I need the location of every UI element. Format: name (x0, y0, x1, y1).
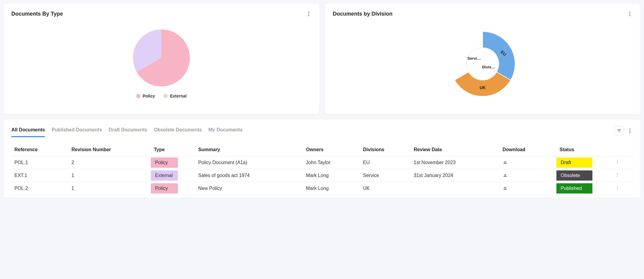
svg-point-18 (617, 189, 618, 190)
table-row[interactable]: POL.12PolicyPolicy Document (A1a)John Ta… (11, 156, 633, 169)
download-icon (502, 172, 508, 178)
cell-reference: POL.2 (11, 182, 68, 195)
kebab-icon (617, 186, 618, 190)
table-row[interactable]: EXT.11ExternalSales of goods act 1974Mar… (11, 169, 633, 182)
pie-chart[interactable] (133, 29, 190, 86)
svg-point-5 (629, 15, 630, 16)
download-button[interactable] (502, 172, 508, 178)
cell-review: 31st January 2024 (411, 169, 499, 182)
svg-point-0 (308, 11, 309, 12)
cell-reference: POL.1 (11, 156, 68, 169)
pie-chart-body: Policy External (11, 20, 311, 107)
kebab-icon (629, 11, 631, 16)
kebab-icon (308, 11, 309, 16)
tab-obsolete-documents[interactable]: Obsolete Documents (154, 124, 202, 137)
download-button[interactable] (502, 185, 508, 190)
donut-chart-body: EU UK Servi… Divis… (333, 20, 633, 107)
tab-all-documents[interactable]: All Documents (11, 124, 45, 137)
cell-review (411, 182, 499, 195)
cell-download (499, 182, 556, 195)
tab-published-documents[interactable]: Published Documents (52, 124, 102, 137)
donut-graphic: EU UK Servi… Divis… (447, 28, 519, 100)
svg-point-13 (617, 173, 618, 174)
filter-icon (617, 128, 622, 133)
row-menu-button[interactable] (617, 173, 618, 178)
svg-point-6 (466, 48, 499, 80)
filter-button[interactable] (614, 126, 624, 136)
legend-label: Policy (143, 94, 155, 98)
donut-chart[interactable]: EU UK Servi… Divis… (447, 28, 519, 100)
card-title: Documents By Type (11, 11, 63, 17)
tabs: All DocumentsPublished DocumentsDraft Do… (11, 124, 607, 137)
svg-point-1 (308, 13, 309, 14)
kebab-icon (617, 173, 618, 177)
legend-item-policy[interactable]: Policy (136, 94, 155, 98)
cell-actions (614, 182, 633, 195)
th-divisions[interactable]: Divisions (360, 143, 411, 156)
legend-item-external[interactable]: External (163, 94, 187, 98)
donut-label-uk: UK (480, 85, 486, 90)
cell-download (499, 156, 556, 169)
tab-draft-documents[interactable]: Draft Documents (109, 124, 147, 137)
cell-type: Policy (151, 156, 195, 169)
svg-point-7 (629, 128, 630, 129)
th-review[interactable]: Review Date (411, 143, 499, 156)
svg-point-11 (617, 162, 618, 163)
card-documents-by-division: Documents by Division (325, 4, 641, 114)
card-menu-button[interactable] (306, 10, 311, 17)
svg-point-15 (617, 176, 618, 177)
cell-status: Obsolete (556, 169, 613, 182)
cell-revision: 1 (68, 182, 151, 195)
card-menu-button[interactable] (627, 10, 633, 17)
donut-label-servi: Servi… (468, 56, 481, 61)
cell-owners: John Taylor (303, 156, 360, 169)
table-row[interactable]: POL.21PolicyNew PolicyMark LongUKPublish… (11, 182, 633, 195)
cell-summary: Sales of goods act 1974 (195, 169, 303, 182)
cell-summary: New Policy (195, 182, 303, 195)
svg-point-12 (617, 163, 618, 164)
cell-status: Draft (556, 156, 613, 169)
row-menu-button[interactable] (617, 160, 618, 165)
status-badge: Draft (556, 158, 592, 168)
cell-revision: 1 (68, 169, 151, 182)
cell-owners: Mark Long (303, 169, 360, 182)
svg-point-14 (617, 175, 618, 176)
th-type[interactable]: Type (151, 143, 195, 156)
pie-graphic (133, 29, 190, 86)
svg-point-3 (629, 11, 630, 12)
kebab-icon (629, 128, 631, 133)
cell-divisions: UK (360, 182, 411, 195)
type-badge: Policy (151, 158, 178, 168)
th-download[interactable]: Download (499, 143, 556, 156)
cell-actions (614, 156, 633, 169)
cell-status: Published (556, 182, 613, 195)
cell-divisions: Service (360, 169, 411, 182)
cell-divisions: EU (360, 156, 411, 169)
legend-label: External (170, 94, 187, 98)
cell-actions (614, 169, 633, 182)
swatch-external (163, 94, 168, 98)
th-summary[interactable]: Summary (195, 143, 303, 156)
svg-point-2 (308, 15, 309, 16)
row-menu-button[interactable] (617, 186, 618, 191)
card-title: Documents by Division (333, 11, 393, 17)
th-reference[interactable]: Reference (11, 143, 68, 156)
download-button[interactable] (502, 159, 508, 165)
svg-point-17 (617, 188, 618, 188)
card-documents-by-type: Documents By Type Policy External (4, 4, 319, 114)
cell-summary: Policy Document (A1a) (195, 156, 303, 169)
documents-table-card: All DocumentsPublished DocumentsDraft Do… (4, 119, 640, 197)
cell-type: Policy (151, 182, 195, 195)
tab-my-documents[interactable]: My Documents (208, 124, 243, 137)
th-revision[interactable]: Revision Number (68, 143, 151, 156)
pie-legend: Policy External (136, 94, 187, 98)
donut-label-divis: Divis… (482, 65, 495, 69)
th-status[interactable]: Status (556, 143, 613, 156)
svg-point-10 (617, 160, 618, 161)
cell-review: 1st November 2023 (411, 156, 499, 169)
th-owners[interactable]: Owners (303, 143, 360, 156)
download-icon (502, 185, 508, 190)
table-menu-button[interactable] (627, 127, 633, 134)
swatch-policy (136, 94, 140, 98)
type-badge: External (151, 170, 178, 181)
